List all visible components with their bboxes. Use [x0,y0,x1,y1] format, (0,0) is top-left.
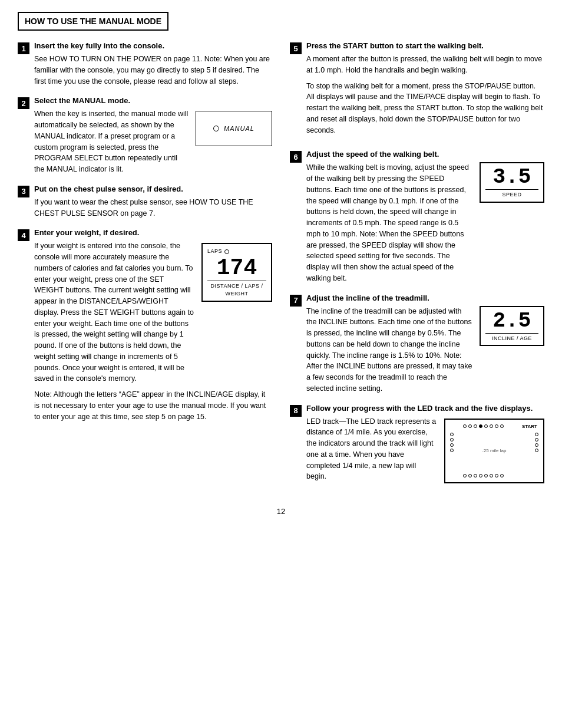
step-5-content: Press the START button to start the walk… [306,41,544,140]
manual-label: MANUAL [224,124,254,134]
step-2-body: When the key is inserted, the manual mod… [34,108,272,175]
step-8-title: Follow your progress with the LED track … [306,404,544,413]
step-7-text: The incline of the treadmill can be adju… [306,306,472,394]
led-dot [468,474,472,477]
led-dot [450,438,454,442]
page-number: 12 [18,507,544,516]
step-8-content: Follow your progress with the LED track … [306,404,544,483]
led-dot [479,474,482,477]
step-4-number: 4 [18,229,29,241]
laps-dot [224,249,229,254]
step-5-text1: A moment after the button is pressed, th… [306,54,544,76]
step-1: 1 Insert the key fully into the console.… [18,41,272,87]
led-dot [463,474,467,477]
step-2-content: Select the MANUAL mode. When the key is … [34,96,272,175]
step-7-title: Adjust the incline of the treadmill. [306,294,544,302]
header-title: HOW TO USE THE MANUAL MODE [25,17,161,26]
led-dot [535,443,538,447]
step-8-led-text: LED track—The LED track represents a dis… [306,417,436,481]
led-dot [474,424,477,428]
led-dot [500,474,504,477]
led-dot [495,474,498,477]
step-3-number: 3 [18,186,29,197]
step-6-body: While the walking belt is moving, adjust… [306,162,544,284]
page-header: HOW TO USE THE MANUAL MODE [18,12,168,31]
step-6-content: Adjust the speed of the walking belt. Wh… [306,150,544,284]
led-dot [484,474,488,477]
step-4-body: If your weight is entered into the conso… [34,241,272,422]
step-5: 5 Press the START button to start the wa… [290,41,544,140]
step-2-number: 2 [18,97,29,109]
step-7-content: Adjust the incline of the treadmill. The… [306,294,544,394]
step-4: 4 Enter your weight, if desired. If your… [18,228,272,427]
led-dot [468,424,472,428]
led-dot [490,474,493,477]
step-3-content: Put on the chest pulse sensor, if desire… [34,185,272,219]
led-dot [474,474,477,477]
step-8: 8 Follow your progress with the LED trac… [290,404,544,483]
left-column: 1 Insert the key fully into the console.… [18,41,272,493]
incline-display-label: INCLINE / AGE [485,333,538,343]
distance-laps-weight-display: LAPS 174 DISTANCE / LAPS / WEIGHT [201,243,272,302]
step-7-body: The incline of the treadmill can be adju… [306,306,544,394]
incline-display: 2.5 INCLINE / AGE [480,306,544,347]
led-dot [490,424,493,428]
step-6-number: 6 [290,151,302,163]
led-dot [450,449,454,452]
step-7: 7 Adjust the incline of the treadmill. T… [290,294,544,394]
step-5-number: 5 [290,42,302,54]
led-bottom-dots [463,474,504,477]
step-3-title: Put on the chest pulse sensor, if desire… [34,185,272,193]
led-dot [535,438,538,442]
laps-text: LAPS [207,248,222,256]
led-dot [484,424,488,428]
step-1-number: 1 [18,42,29,54]
lap-label: .25 mile lap [482,447,507,454]
speed-display-number: 3.5 [485,167,538,188]
step-3-body: If you want to wear the chest pulse sens… [34,197,272,219]
step-8-number: 8 [290,405,302,417]
led-dot [450,443,454,447]
led-dot [535,449,538,452]
step-1-title: Insert the key fully into the console. [34,41,272,50]
led-dot [500,424,504,428]
led-dot [535,433,538,436]
led-right-dots [535,433,538,452]
step-4-text-part2: Note: Although the letters “AGE” appear … [34,389,272,422]
manual-indicator-box: MANUAL [196,111,272,146]
start-label: START [522,423,537,430]
step-8-body: LED track—The LED track represents a dis… [306,416,544,483]
step-4-title: Enter your weight, if desired. [34,228,272,237]
step-4-text-span: If your weight is entered into the conso… [34,242,194,383]
led-left-dots [450,433,454,452]
step-2: 2 Select the MANUAL mode. When the key i… [18,96,272,175]
speed-display: 3.5 SPEED [480,162,544,203]
step-3: 3 Put on the chest pulse sensor, if desi… [18,185,272,219]
weight-display-label: DISTANCE / LAPS / WEIGHT [207,281,266,298]
step-8-text: LED track—The LED track represents a dis… [306,416,437,483]
step-6: 6 Adjust the speed of the walking belt. … [290,150,544,284]
step-5-body: A moment after the button is pressed, th… [306,54,544,136]
step-7-number: 7 [290,295,302,307]
led-dot [463,424,467,428]
step-1-body: See HOW TO TURN ON THE POWER on page 11.… [34,54,272,87]
led-dot [495,424,498,428]
step-6-text: While the walking belt is moving, adjust… [306,162,472,284]
incline-display-number: 2.5 [485,311,538,332]
led-top-dots [463,424,504,428]
led-dot [450,433,454,436]
step-6-title: Adjust the speed of the walking belt. [306,150,544,159]
step-2-title: Select the MANUAL mode. [34,96,272,105]
weight-display-number: 174 [207,257,266,279]
manual-dot [213,126,219,131]
speed-display-label: SPEED [485,189,538,199]
step-5-title: Press the START button to start the walk… [306,41,544,50]
led-dot [479,424,482,428]
step-2-text: When the key is inserted, the manual mod… [34,108,189,175]
step-4-content: Enter your weight, if desired. If your w… [34,228,272,427]
right-column: 5 Press the START button to start the wa… [290,41,544,493]
step-1-content: Insert the key fully into the console. S… [34,41,272,87]
led-track-diagram: START [444,419,544,483]
step-4-text-part1: If your weight is entered into the conso… [34,241,194,384]
step-5-text2: To stop the walking belt for a moment, p… [306,81,544,136]
